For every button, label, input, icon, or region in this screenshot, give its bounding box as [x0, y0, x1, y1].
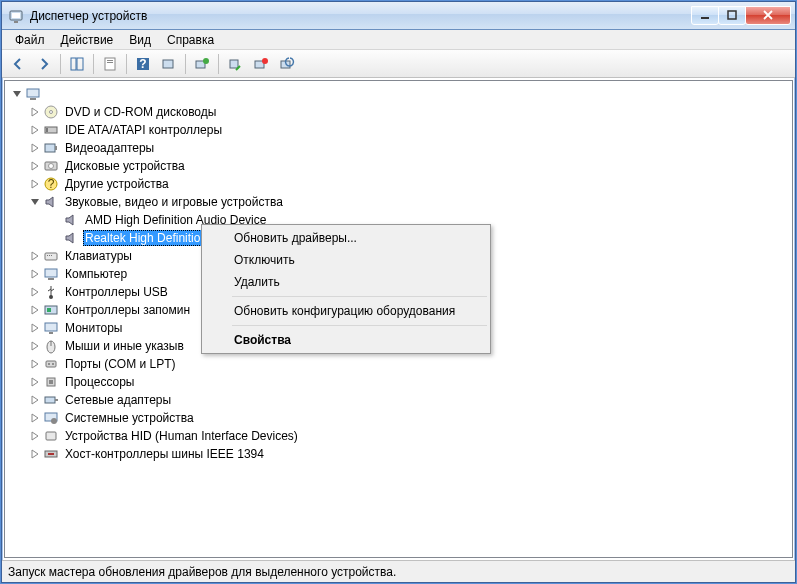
tree-item-label[interactable]: Мыши и иные указыв [63, 339, 186, 353]
chevron-right-icon[interactable] [27, 302, 43, 318]
display-adapter-icon [43, 140, 59, 156]
tree-item-label[interactable]: Контроллеры запомин [63, 303, 192, 317]
tree-item-label[interactable]: Звуковые, видео и игровые устройства [63, 195, 285, 209]
svg-point-14 [203, 58, 209, 64]
uninstall-button[interactable] [223, 52, 247, 76]
svg-rect-33 [49, 255, 50, 256]
svg-rect-7 [105, 58, 115, 70]
tree-item-label[interactable]: Видеоадаптеры [63, 141, 156, 155]
svg-rect-12 [163, 60, 173, 68]
chevron-right-icon[interactable] [27, 320, 43, 336]
svg-rect-39 [47, 308, 51, 312]
tree-item-label[interactable]: Сетевые адаптеры [63, 393, 173, 407]
svg-rect-53 [46, 432, 56, 440]
svg-rect-19 [27, 89, 39, 97]
menu-action[interactable]: Действие [54, 32, 121, 48]
menu-view[interactable]: Вид [122, 32, 158, 48]
scan-hardware-button[interactable] [157, 52, 181, 76]
tree-item-label[interactable]: Компьютер [63, 267, 129, 281]
chevron-right-icon[interactable] [27, 140, 43, 156]
svg-point-52 [51, 418, 57, 424]
svg-rect-34 [51, 255, 52, 256]
ctx-delete[interactable]: Удалить [204, 271, 488, 293]
minimize-button[interactable] [691, 6, 719, 25]
svg-text:?: ? [139, 57, 146, 71]
context-menu: Обновить драйверы... Отключить Удалить О… [201, 224, 491, 354]
ctx-properties[interactable]: Свойства [204, 329, 488, 351]
show-hide-tree-button[interactable] [65, 52, 89, 76]
svg-rect-50 [55, 399, 58, 401]
disc-icon [43, 104, 59, 120]
svg-rect-36 [48, 278, 54, 280]
ctx-scan-hardware[interactable]: Обновить конфигурацию оборудования [204, 300, 488, 322]
tree-item-label[interactable]: Клавиатуры [63, 249, 134, 263]
chevron-right-icon[interactable] [27, 266, 43, 282]
titlebar[interactable]: Диспетчер устройств [2, 2, 795, 30]
port-icon [43, 356, 59, 372]
svg-rect-32 [47, 255, 48, 256]
system-device-icon [43, 410, 59, 426]
chevron-right-icon[interactable] [27, 410, 43, 426]
enable-button[interactable] [275, 52, 299, 76]
svg-rect-4 [728, 11, 736, 19]
update-driver-button[interactable] [190, 52, 214, 76]
svg-rect-20 [30, 98, 36, 100]
tree-item-label[interactable]: Порты (COM и LPT) [63, 357, 178, 371]
menu-help[interactable]: Справка [160, 32, 221, 48]
keyboard-icon [43, 248, 59, 264]
chevron-right-icon[interactable] [27, 428, 43, 444]
svg-point-17 [262, 58, 268, 64]
disk-drive-icon [43, 158, 59, 174]
chevron-right-icon[interactable] [27, 158, 43, 174]
chevron-right-icon[interactable] [27, 374, 43, 390]
tree-item-label[interactable]: Дисковые устройства [63, 159, 187, 173]
svg-point-46 [52, 363, 54, 365]
speaker-icon [63, 212, 79, 228]
tree-item-label[interactable]: Мониторы [63, 321, 124, 335]
chevron-right-icon[interactable] [27, 122, 43, 138]
usb-icon [43, 284, 59, 300]
close-button[interactable] [745, 6, 791, 25]
tree-item-label[interactable]: DVD и CD-ROM дисководы [63, 105, 218, 119]
svg-rect-15 [230, 60, 238, 68]
computer-icon [25, 86, 41, 102]
tree-item-label[interactable]: Хост-контроллеры шины IEEE 1394 [63, 447, 266, 461]
svg-rect-26 [55, 146, 57, 150]
device-tree[interactable]: DVD и CD-ROM дисководы IDE ATA/ATAPI кон… [4, 80, 793, 558]
properties-button[interactable] [98, 52, 122, 76]
chevron-right-icon[interactable] [27, 356, 43, 372]
tree-item-label[interactable]: Контроллеры USB [63, 285, 170, 299]
svg-rect-41 [49, 332, 53, 334]
tree-item-label[interactable]: Процессоры [63, 375, 137, 389]
app-icon [8, 8, 24, 24]
ctx-update-drivers[interactable]: Обновить драйверы... [204, 227, 488, 249]
tree-item-label[interactable]: Устройства HID (Human Interface Devices) [63, 429, 300, 443]
status-text: Запуск мастера обновления драйверов для … [8, 565, 396, 579]
help-button[interactable]: ? [131, 52, 155, 76]
svg-point-28 [49, 164, 54, 169]
chevron-right-icon[interactable] [27, 284, 43, 300]
tree-item-label[interactable]: IDE ATA/ATAPI контроллеры [63, 123, 224, 137]
chevron-down-icon[interactable] [9, 86, 25, 102]
svg-rect-49 [45, 397, 55, 403]
chevron-right-icon[interactable] [27, 104, 43, 120]
menu-separator [232, 296, 487, 297]
svg-rect-9 [107, 62, 113, 63]
tree-item-label[interactable]: Системные устройства [63, 411, 196, 425]
chevron-right-icon[interactable] [27, 338, 43, 354]
disable-button[interactable] [249, 52, 273, 76]
back-button[interactable] [6, 52, 30, 76]
svg-rect-31 [45, 253, 57, 260]
chevron-right-icon[interactable] [27, 446, 43, 462]
svg-rect-25 [45, 144, 55, 152]
chevron-right-icon[interactable] [27, 392, 43, 408]
chevron-right-icon[interactable] [27, 248, 43, 264]
ctx-disable[interactable]: Отключить [204, 249, 488, 271]
chevron-down-icon[interactable] [27, 194, 43, 210]
chevron-right-icon[interactable] [27, 176, 43, 192]
maximize-button[interactable] [718, 6, 746, 25]
forward-button[interactable] [32, 52, 56, 76]
svg-rect-8 [107, 60, 113, 61]
menu-file[interactable]: Файл [8, 32, 52, 48]
tree-item-label[interactable]: Другие устройства [63, 177, 171, 191]
